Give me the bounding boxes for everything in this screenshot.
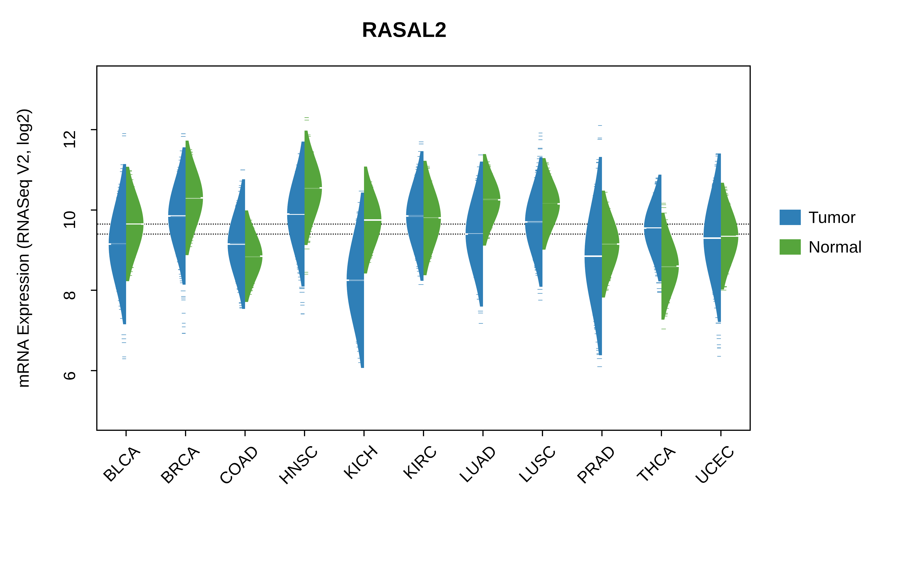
data-tick bbox=[543, 201, 557, 201]
data-tick bbox=[419, 143, 423, 144]
data-tick bbox=[171, 207, 186, 208]
data-tick bbox=[483, 185, 496, 185]
x-tick bbox=[244, 431, 246, 436]
legend-swatch-normal bbox=[780, 239, 801, 255]
data-tick bbox=[721, 204, 730, 205]
data-tick bbox=[115, 202, 126, 202]
data-tick bbox=[113, 269, 126, 269]
data-tick bbox=[412, 244, 423, 245]
data-tick bbox=[717, 345, 721, 345]
data-tick bbox=[602, 214, 612, 214]
data-tick bbox=[182, 323, 186, 324]
data-tick bbox=[352, 316, 364, 317]
data-tick bbox=[364, 225, 379, 226]
data-tick bbox=[296, 264, 305, 264]
data-tick bbox=[708, 208, 721, 208]
data-tick bbox=[233, 270, 245, 271]
data-tick bbox=[661, 314, 667, 314]
data-tick bbox=[483, 166, 491, 166]
data-tick bbox=[126, 219, 141, 220]
x-tick bbox=[661, 431, 662, 436]
data-tick bbox=[181, 291, 186, 291]
data-tick bbox=[708, 266, 721, 266]
data-tick bbox=[233, 269, 245, 270]
data-tick bbox=[423, 252, 433, 253]
data-tick bbox=[598, 125, 602, 126]
data-tick bbox=[587, 247, 602, 248]
data-tick bbox=[409, 223, 423, 223]
data-tick bbox=[292, 244, 305, 244]
data-tick bbox=[423, 200, 436, 200]
data-tick bbox=[186, 234, 195, 235]
data-tick bbox=[415, 260, 423, 261]
data-tick bbox=[661, 274, 676, 275]
data-tick bbox=[527, 224, 543, 224]
data-tick bbox=[423, 181, 432, 181]
data-tick bbox=[245, 287, 253, 288]
x-tick bbox=[423, 431, 424, 436]
legend-item-tumor: Tumor bbox=[780, 208, 862, 227]
data-tick bbox=[353, 239, 364, 239]
data-tick bbox=[706, 239, 721, 240]
data-tick bbox=[646, 231, 662, 232]
data-tick bbox=[289, 215, 305, 215]
data-tick bbox=[712, 183, 721, 184]
data-tick bbox=[716, 153, 721, 154]
data-tick bbox=[531, 250, 543, 250]
data-tick bbox=[289, 213, 305, 214]
data-tick bbox=[528, 218, 543, 219]
data-tick bbox=[230, 247, 245, 248]
data-tick bbox=[126, 171, 132, 172]
data-tick bbox=[602, 256, 616, 256]
data-tick bbox=[721, 206, 731, 207]
data-tick bbox=[177, 261, 186, 262]
data-tick bbox=[423, 195, 436, 196]
data-tick bbox=[305, 182, 319, 182]
data-tick bbox=[535, 170, 543, 171]
data-tick bbox=[305, 174, 318, 175]
data-tick bbox=[661, 267, 677, 268]
data-tick bbox=[483, 230, 492, 230]
data-tick bbox=[721, 238, 736, 238]
data-tick bbox=[706, 236, 721, 237]
data-tick bbox=[478, 311, 483, 311]
data-tick bbox=[418, 156, 423, 157]
data-tick bbox=[126, 236, 140, 237]
data-tick bbox=[238, 191, 245, 192]
data-tick bbox=[171, 227, 186, 228]
data-tick bbox=[483, 200, 498, 200]
data-tick bbox=[587, 249, 602, 250]
data-tick bbox=[543, 197, 557, 198]
data-tick bbox=[483, 205, 498, 206]
data-tick bbox=[245, 245, 259, 246]
data-tick bbox=[708, 214, 721, 214]
data-tick bbox=[712, 294, 721, 295]
data-tick bbox=[111, 247, 126, 248]
data-tick bbox=[423, 190, 435, 191]
data-tick bbox=[305, 198, 319, 198]
data-tick bbox=[186, 165, 195, 166]
data-tick bbox=[235, 282, 245, 282]
data-tick bbox=[602, 289, 609, 290]
data-tick bbox=[602, 231, 616, 231]
data-tick bbox=[245, 290, 253, 290]
data-tick bbox=[305, 168, 317, 169]
data-tick bbox=[602, 270, 613, 270]
data-tick bbox=[173, 191, 186, 192]
data-tick bbox=[661, 298, 671, 298]
data-tick bbox=[543, 199, 557, 200]
data-tick bbox=[245, 244, 259, 245]
data-tick bbox=[706, 234, 721, 235]
data-tick bbox=[111, 244, 126, 244]
data-tick bbox=[707, 252, 721, 253]
data-tick bbox=[305, 169, 318, 170]
data-tick bbox=[418, 276, 423, 276]
data-tick bbox=[364, 229, 378, 229]
data-tick bbox=[358, 363, 364, 363]
data-tick bbox=[126, 248, 138, 248]
data-tick bbox=[297, 273, 305, 274]
data-tick bbox=[661, 261, 676, 262]
data-tick bbox=[354, 235, 364, 235]
data-tick bbox=[111, 239, 126, 240]
data-tick bbox=[543, 164, 549, 165]
